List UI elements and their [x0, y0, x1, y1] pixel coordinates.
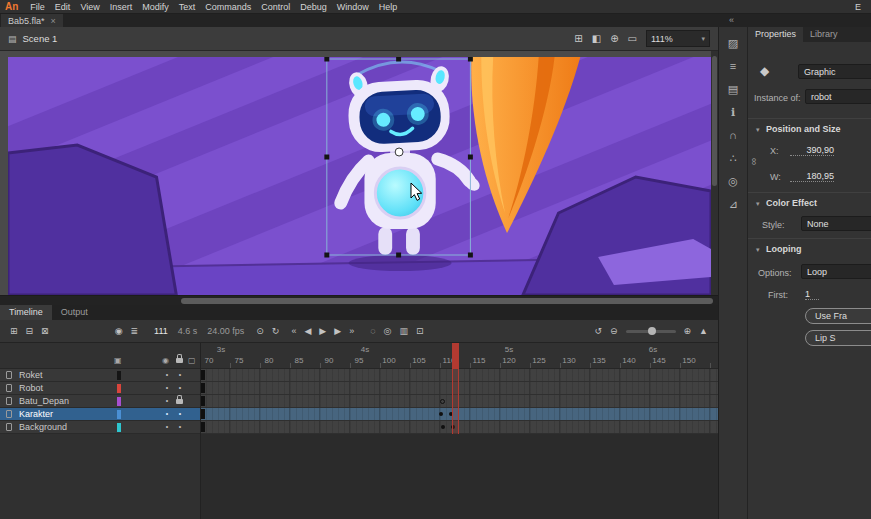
timeline-zoom-in-button[interactable]: ⊕ [684, 326, 692, 336]
brush-panel-icon[interactable]: ∴ [730, 152, 737, 164]
edit-multiple-frames-button[interactable]: ▥ [399, 326, 408, 336]
align-panel-icon[interactable]: ≡ [730, 60, 736, 72]
layer-color-swatch[interactable] [117, 410, 121, 419]
timeline-zoom-knob[interactable] [648, 327, 656, 335]
playhead-marker[interactable] [452, 343, 459, 369]
lock-icon[interactable] [176, 358, 183, 363]
play-button[interactable]: ▶ [319, 326, 326, 336]
layer-frames-batu-depan[interactable] [200, 395, 718, 408]
current-frame-value[interactable]: 111 [154, 326, 168, 336]
layer-frames-karakter[interactable] [200, 408, 718, 421]
zoom-level-select[interactable]: 111% ▾ [646, 30, 710, 47]
layer-lock-dot[interactable]: • [174, 408, 186, 420]
menu-item-debug[interactable]: Debug [295, 2, 332, 12]
onion-outline-button[interactable]: ◎ [384, 326, 392, 336]
keyframe-marker[interactable] [439, 412, 443, 416]
tab-output[interactable]: Output [52, 305, 97, 320]
looping-section-header[interactable]: ▾ Looping [756, 244, 802, 254]
delete-layer-button[interactable]: ⊠ [41, 326, 49, 336]
layer-row-karakter[interactable]: Karakter • • [0, 408, 200, 421]
clip-content-icon[interactable]: ⊞ [574, 33, 582, 44]
graph-panel-icon[interactable]: ⊿ [728, 198, 737, 210]
timeline-zoom-slider[interactable] [626, 330, 676, 333]
keyframe-marker[interactable] [441, 425, 445, 429]
lock-icon[interactable] [176, 399, 183, 404]
x-value[interactable]: 390,90 [790, 145, 834, 156]
menu-item-file[interactable]: File [25, 2, 50, 12]
horizontal-scrollbar-thumb[interactable] [181, 298, 713, 304]
fit-timeline-button[interactable]: ▲ [699, 326, 708, 336]
layer-visibility-dot[interactable]: • [161, 369, 173, 381]
fit-window-icon[interactable]: ▭ [628, 33, 637, 44]
last-frame-button[interactable]: » [349, 326, 354, 336]
swatches-panel-icon[interactable]: ▤ [728, 83, 738, 95]
snap-panel-icon[interactable]: ∩ [729, 129, 737, 141]
stage[interactable] [0, 51, 718, 295]
menu-item-text[interactable]: Text [174, 2, 201, 12]
layer-visibility-dot[interactable]: • [161, 408, 173, 420]
menu-item-insert[interactable]: Insert [105, 2, 138, 12]
layer-color-swatch[interactable] [117, 371, 121, 380]
info-panel-icon[interactable]: ℹ [731, 106, 735, 118]
first-frame-button[interactable]: « [291, 326, 296, 336]
first-frame-value[interactable]: 1 [805, 289, 819, 300]
frames-empty-area[interactable] [200, 434, 718, 519]
close-tab-icon[interactable]: × [51, 16, 56, 26]
instance-name-field[interactable]: robot [805, 89, 871, 104]
keyframe-marker[interactable] [201, 409, 205, 419]
keyframe-marker[interactable] [201, 370, 205, 380]
step-back-button[interactable]: ◀ [304, 326, 311, 336]
camera-column-icon[interactable]: ▣ [114, 356, 122, 365]
layer-lock-dot[interactable]: • [174, 421, 186, 433]
layer-visibility-dot[interactable]: • [161, 395, 173, 407]
playhead[interactable] [452, 343, 459, 434]
layer-frames-background[interactable] [200, 421, 718, 434]
color-panel-icon[interactable]: ▨ [728, 37, 738, 49]
add-camera-button[interactable]: ◉ [115, 326, 123, 336]
vertical-scrollbar-thumb[interactable] [712, 56, 717, 186]
outline-column-icon[interactable]: ▢ [188, 356, 196, 365]
center-frame-button[interactable]: ⊙ [256, 326, 264, 336]
timeline-divider[interactable] [200, 343, 201, 519]
menu-item-view[interactable]: View [75, 2, 104, 12]
horizontal-scrollbar[interactable] [0, 295, 718, 305]
reset-timeline-zoom-button[interactable]: ↺ [594, 326, 602, 336]
modify-markers-button[interactable]: ⊡ [416, 326, 424, 336]
tab-library[interactable]: Library [803, 27, 845, 42]
collapse-panels-icon[interactable]: « [729, 14, 734, 27]
scene-name[interactable]: Scene 1 [23, 33, 58, 44]
menu-item-commands[interactable]: Commands [200, 2, 256, 12]
layer-color-swatch[interactable] [117, 423, 121, 432]
tab-properties[interactable]: Properties [748, 27, 803, 42]
document-tab[interactable]: Bab5.fla* × [1, 14, 63, 27]
camera-panel-icon[interactable]: ◎ [728, 175, 738, 187]
layer-parenting-button[interactable]: ≣ [131, 326, 139, 336]
timeline-zoom-out-button[interactable]: ⊖ [610, 326, 618, 336]
onion-skin-button[interactable]: ◌ [370, 326, 375, 336]
loop-options-select[interactable]: Loop ▾ [801, 264, 871, 279]
new-folder-button[interactable]: ⊟ [26, 326, 34, 336]
use-frame-picker-button[interactable]: Use Fra [805, 308, 871, 324]
loop-button[interactable]: ↻ [272, 326, 280, 336]
menu-item-help[interactable]: Help [374, 2, 403, 12]
layer-row-background[interactable]: Background • • [0, 421, 200, 434]
link-dimensions-icon[interactable]: ∞ [749, 158, 760, 165]
color-effect-section-header[interactable]: ▾ Color Effect [756, 198, 817, 208]
layer-visibility-dot[interactable]: • [161, 382, 173, 394]
layer-lock-dot[interactable]: • [174, 382, 186, 394]
keyframe-marker[interactable] [201, 383, 205, 393]
center-stage-icon[interactable]: ⊕ [610, 33, 618, 44]
stage-canvas[interactable] [8, 57, 711, 295]
frame-rate-value[interactable]: 24.00 fps [207, 326, 244, 336]
keyframe-marker[interactable] [440, 399, 445, 404]
style-select[interactable]: None ▾ [801, 216, 871, 231]
layer-color-swatch[interactable] [117, 397, 121, 406]
layer-row-roket[interactable]: Roket • • [0, 369, 200, 382]
step-forward-button[interactable]: ▶ [334, 326, 341, 336]
workspace-label[interactable]: E [855, 2, 871, 12]
layer-visibility-dot[interactable]: • [161, 421, 173, 433]
layer-color-swatch[interactable] [117, 384, 121, 393]
timeline-ruler[interactable]: 3s 4s 5s 6s 70 75 80 85 90 95 100 105 11… [200, 343, 718, 369]
menu-item-window[interactable]: Window [332, 2, 374, 12]
keyframe-marker[interactable] [201, 396, 205, 406]
